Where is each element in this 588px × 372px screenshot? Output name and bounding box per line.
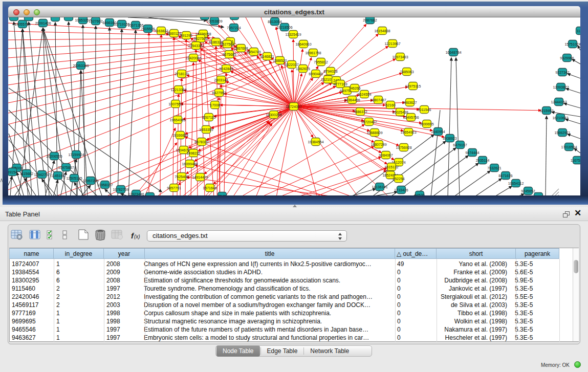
svg-text:8427552: 8427552 (212, 91, 226, 95)
svg-text:16648784: 16648784 (445, 51, 461, 54)
svg-text:10671355: 10671355 (127, 24, 143, 27)
svg-text:9474444: 9474444 (465, 151, 479, 155)
svg-text:1115682: 1115682 (20, 172, 33, 176)
svg-text:9463627: 9463627 (403, 101, 417, 104)
svg-text:20206555: 20206555 (46, 155, 62, 158)
svg-text:3215953: 3215953 (539, 109, 553, 113)
svg-text:16782759: 16782759 (113, 188, 128, 191)
svg-text:17008: 17008 (210, 103, 220, 107)
svg-text:7955812: 7955812 (314, 60, 328, 64)
svg-text:12213967: 12213967 (384, 42, 400, 46)
svg-text:15751074: 15751074 (564, 42, 580, 46)
svg-text:8678332: 8678332 (194, 140, 208, 144)
svg-text:15495756: 15495756 (403, 116, 419, 119)
svg-text:16961758: 16961758 (305, 51, 321, 55)
svg-text:6322037: 6322037 (285, 63, 298, 67)
svg-text:9857791: 9857791 (167, 186, 181, 190)
svg-text:14055714: 14055714 (14, 23, 30, 26)
svg-text:1527602: 1527602 (89, 19, 102, 23)
svg-text:1615132: 1615132 (384, 165, 398, 169)
svg-text:1167535: 1167535 (571, 159, 580, 162)
svg-text:8267115: 8267115 (202, 116, 216, 119)
svg-text:252254: 252254 (393, 177, 404, 181)
svg-text:16099488: 16099488 (182, 162, 198, 166)
svg-text:20364456: 20364456 (344, 98, 360, 102)
svg-text:7515526: 7515526 (141, 27, 155, 31)
svg-text:1353359: 1353359 (199, 128, 213, 132)
svg-text:8471676: 8471676 (498, 174, 512, 178)
svg-text:39154: 39154 (8, 170, 17, 174)
svg-text:7625402: 7625402 (175, 175, 188, 179)
svg-text:19384554: 19384554 (308, 140, 323, 144)
svg-text:(x): (x) (134, 234, 140, 239)
svg-text:19218506: 19218506 (276, 26, 292, 29)
svg-text:9827503: 9827503 (193, 37, 207, 40)
svg-text:20053346: 20053346 (73, 64, 89, 68)
svg-text:62160: 62160 (385, 103, 396, 107)
svg-text:17016504: 17016504 (561, 145, 577, 149)
svg-text:2087682: 2087682 (363, 18, 377, 22)
svg-text:20091406: 20091406 (35, 21, 51, 25)
svg-text:2718170: 2718170 (175, 72, 188, 76)
svg-text:7485063: 7485063 (400, 70, 413, 74)
svg-text:14914479: 14914479 (192, 176, 208, 179)
svg-text:10688609: 10688609 (366, 131, 382, 135)
svg-text:8938923: 8938923 (443, 137, 456, 140)
svg-text:17957255: 17957255 (82, 179, 98, 183)
svg-text:9527508: 9527508 (220, 42, 234, 46)
svg-text:2011546: 2011546 (418, 108, 431, 112)
svg-text:7632621: 7632621 (487, 166, 501, 170)
svg-text:16154838: 16154838 (374, 29, 390, 33)
svg-text:1112: 1112 (577, 29, 580, 33)
svg-text:10543342: 10543342 (188, 44, 204, 48)
svg-text:15756928: 15756928 (396, 146, 411, 149)
svg-text:10975887: 10975887 (58, 166, 74, 169)
svg-text:1640954: 1640954 (431, 130, 445, 134)
svg-text:7163822: 7163822 (154, 29, 168, 33)
svg-text:3675685: 3675685 (222, 53, 236, 56)
svg-text:19166829: 19166829 (172, 134, 188, 137)
svg-text:6479197: 6479197 (453, 143, 467, 147)
svg-text:9329966: 9329966 (560, 56, 574, 60)
svg-text:9084067: 9084067 (379, 154, 393, 157)
svg-text:9242848: 9242848 (219, 67, 233, 71)
svg-text:12505135: 12505135 (66, 177, 82, 180)
svg-text:10025438: 10025438 (392, 111, 408, 114)
svg-text:17159924: 17159924 (68, 153, 84, 157)
svg-text:9146821: 9146821 (260, 55, 274, 58)
svg-text:1571646: 1571646 (203, 186, 216, 190)
svg-text:19654985: 19654985 (169, 118, 185, 122)
svg-text:1362615: 1362615 (296, 67, 310, 71)
svg-text:15692971: 15692971 (554, 131, 570, 135)
svg-text:10053809: 10053809 (206, 19, 222, 23)
svg-text:9777169: 9777169 (333, 82, 347, 86)
svg-text:6794028: 6794028 (323, 70, 337, 73)
svg-text:8660124: 8660124 (167, 32, 181, 35)
svg-text:2803144: 2803144 (214, 78, 228, 82)
svg-text:18640910: 18640910 (295, 42, 311, 46)
svg-text:18724007: 18724007 (286, 105, 301, 108)
svg-text:8454749: 8454749 (247, 50, 260, 54)
svg-text:1733426: 1733426 (394, 188, 408, 192)
svg-text:8813054: 8813054 (268, 20, 281, 24)
svg-text:10973493: 10973493 (392, 55, 408, 59)
svg-text:15720407: 15720407 (361, 120, 377, 124)
svg-text:10807487: 10807487 (370, 98, 386, 102)
svg-text:13325419: 13325419 (285, 33, 301, 36)
svg-text:2867608: 2867608 (234, 47, 248, 50)
svg-text:1498222: 1498222 (186, 151, 200, 155)
svg-text:9227342: 9227342 (555, 71, 569, 74)
svg-text:1007553: 1007553 (168, 102, 182, 106)
svg-text:19654923: 19654923 (400, 130, 416, 134)
svg-text:2935114: 2935114 (476, 159, 490, 162)
svg-text:14136141: 14136141 (372, 185, 387, 189)
svg-text:9245652: 9245652 (521, 189, 535, 193)
svg-text:16210643: 16210643 (552, 116, 568, 120)
svg-text:7886372: 7886372 (353, 110, 367, 114)
svg-text:18300295: 18300295 (266, 113, 281, 117)
svg-text:12444157: 12444157 (551, 100, 567, 104)
svg-text:10958107: 10958107 (97, 183, 113, 187)
svg-text:10654112: 10654112 (508, 182, 524, 185)
svg-text:3624554: 3624554 (357, 93, 371, 96)
svg-text:12213369: 12213369 (170, 88, 186, 92)
